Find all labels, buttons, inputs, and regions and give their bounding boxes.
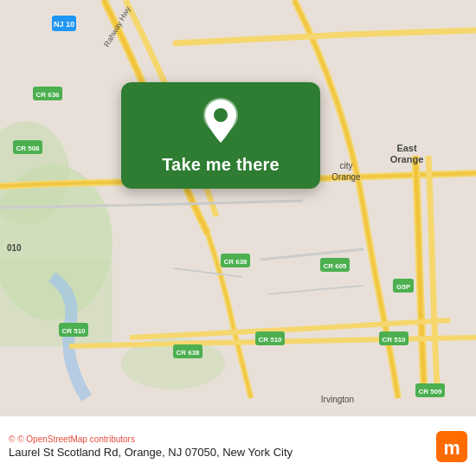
osm-credit: © © OpenStreetMap contributors (9, 434, 429, 444)
svg-point-36 (214, 108, 228, 122)
take-me-there-button[interactable]: Take me there (162, 155, 280, 175)
moovit-logo-icon: m (436, 431, 467, 462)
svg-text:Irvington: Irvington (321, 395, 354, 404)
svg-text:010: 010 (7, 243, 22, 253)
location-pin-icon (202, 98, 240, 146)
svg-text:CR 510: CR 510 (382, 336, 406, 344)
svg-text:CR 638: CR 638 (176, 349, 200, 357)
svg-text:m: m (443, 437, 460, 459)
svg-text:East: East (396, 143, 417, 153)
svg-text:G5P: G5P (396, 283, 411, 291)
take-me-there-popup[interactable]: Take me there (121, 82, 320, 189)
svg-text:Orange: Orange (331, 172, 361, 182)
svg-text:CR 636: CR 636 (35, 91, 60, 99)
bottom-bar: © © OpenStreetMap contributors Laurel St… (0, 415, 476, 476)
svg-text:CR 509: CR 509 (418, 388, 442, 396)
svg-text:NJ 10: NJ 10 (54, 20, 74, 29)
svg-text:CR 510: CR 510 (61, 327, 86, 335)
address-section: © © OpenStreetMap contributors Laurel St… (9, 434, 429, 459)
svg-text:CR 605: CR 605 (323, 262, 347, 270)
svg-text:CR 638: CR 638 (223, 258, 248, 266)
address-text: Laurel St Scotland Rd, Orange, NJ 07050,… (9, 446, 429, 459)
svg-text:city: city (340, 161, 353, 170)
moovit-logo: m (436, 431, 467, 462)
osm-copyright-symbol: © (9, 434, 15, 444)
map-container: NJ 10 CR 636 CR 508 CR 638 CR 605 G5P CR… (0, 0, 476, 415)
svg-text:CR 508: CR 508 (16, 145, 40, 152)
svg-text:CR 510: CR 510 (258, 336, 282, 344)
osm-credit-text: © OpenStreetMap contributors (17, 434, 135, 444)
svg-text:Orange: Orange (390, 154, 424, 164)
